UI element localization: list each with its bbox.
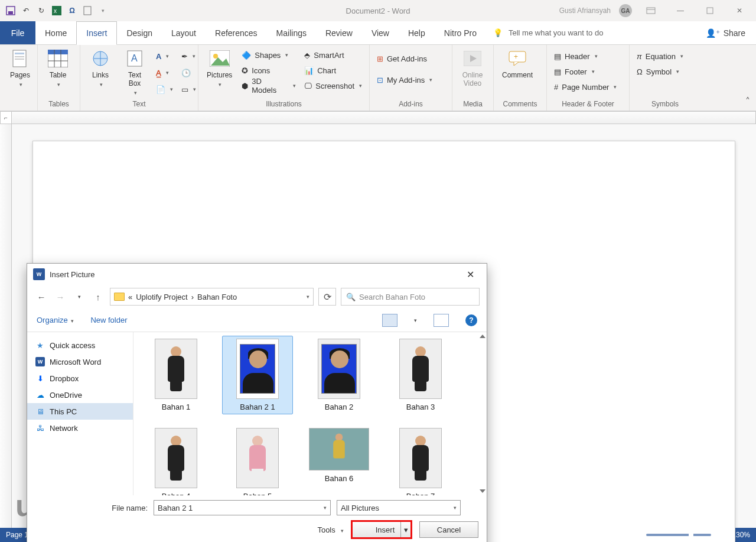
minimize-icon[interactable]: —: [670, 2, 691, 19]
omega-icon[interactable]: Ω: [67, 6, 77, 15]
nav-forward-button[interactable]: →: [53, 292, 67, 302]
insert-button[interactable]: Insert▾: [352, 521, 411, 538]
doc-icon[interactable]: [83, 6, 92, 15]
excel-icon[interactable]: x: [52, 6, 61, 15]
file-thumb[interactable]: Bahan 6: [304, 425, 374, 495]
dropcap-button[interactable]: A̲▾: [154, 65, 175, 80]
tab-help[interactable]: Help: [399, 21, 435, 44]
nav-up-button[interactable]: ↑: [91, 292, 105, 302]
nav-quick-access[interactable]: ★Quick access: [27, 337, 133, 353]
tab-view[interactable]: View: [362, 21, 399, 44]
datetime-button[interactable]: 🕒: [179, 65, 198, 80]
zoom-thumb[interactable]: [689, 531, 693, 538]
comment-button[interactable]: +Comment: [498, 47, 536, 80]
wordart-button[interactable]: A▾: [154, 48, 175, 64]
user-avatar[interactable]: GA: [619, 4, 632, 17]
organize-button[interactable]: Organize ▾: [37, 316, 74, 324]
preview-pane-button[interactable]: [434, 314, 449, 327]
insert-label: Insert: [376, 525, 395, 534]
nav-back-button[interactable]: ←: [34, 292, 48, 302]
tab-home[interactable]: Home: [35, 21, 76, 44]
tab-review[interactable]: Review: [316, 21, 362, 44]
file-thumb[interactable]: Bahan 7: [385, 425, 456, 495]
share-button[interactable]: 👤⁺ Share: [695, 21, 756, 44]
undo-icon[interactable]: ↶: [21, 6, 31, 15]
get-addins-button[interactable]: ⊞Get Add-ins: [374, 51, 435, 66]
file-thumb[interactable]: Bahan 4: [141, 425, 211, 495]
file-thumb[interactable]: Bahan 2: [304, 336, 374, 414]
screenshot-button[interactable]: 🖵Screenshot▾: [302, 78, 364, 93]
cancel-button[interactable]: Cancel: [419, 521, 478, 538]
file-thumb[interactable]: Bahan 1: [141, 336, 211, 414]
pages-button[interactable]: Pages▾: [5, 47, 35, 89]
wordart-icon: A: [156, 52, 161, 61]
filename-combo[interactable]: Bahan 2 1▾: [154, 500, 331, 515]
vertical-ruler[interactable]: [0, 124, 12, 528]
save-icon[interactable]: [6, 6, 15, 15]
tell-me-search[interactable]: 💡 Tell me what you want to do: [486, 21, 695, 44]
tab-mailings[interactable]: Mailings: [267, 21, 316, 44]
crumb-2[interactable]: Bahan Foto: [197, 293, 237, 301]
svg-rect-11: [15, 59, 24, 60]
filter-combo[interactable]: All Pictures▾: [337, 500, 461, 515]
signature-button[interactable]: ✒▾: [179, 48, 198, 64]
tab-nitro[interactable]: Nitro Pro: [435, 21, 486, 44]
ruler-corner[interactable]: ⌐: [0, 111, 12, 124]
file-thumb[interactable]: Bahan 3: [385, 336, 456, 414]
help-button[interactable]: ?: [465, 314, 477, 326]
view-mode-button[interactable]: [382, 314, 397, 327]
horizontal-ruler[interactable]: [12, 111, 756, 124]
view-dropdown-icon[interactable]: ▾: [414, 317, 417, 323]
footer-label: Footer: [565, 67, 587, 76]
tab-references[interactable]: References: [206, 21, 267, 44]
nav-dropbox[interactable]: ⬇Dropbox: [27, 370, 133, 387]
object-button[interactable]: ▭▾: [179, 82, 198, 97]
maximize-icon[interactable]: [699, 2, 721, 19]
new-folder-button[interactable]: New folder: [90, 316, 127, 324]
equation-button[interactable]: πEquation▾: [634, 48, 686, 64]
nav-thispc[interactable]: 🖥This PC: [27, 403, 133, 420]
header-button[interactable]: ▤Header▾: [552, 48, 619, 64]
nav-word[interactable]: WMicrosoft Word: [27, 353, 133, 370]
insert-split-icon[interactable]: ▾: [400, 522, 411, 537]
pictures-button[interactable]: Pictures▾: [203, 47, 236, 89]
ribbon-display-icon[interactable]: [640, 2, 662, 19]
tab-layout[interactable]: Layout: [162, 21, 206, 44]
table-button[interactable]: Table▾: [43, 47, 73, 89]
file-scrollbar[interactable]: [480, 335, 485, 493]
address-bar[interactable]: « Uplotify Project › Bahan Foto ▾: [110, 288, 314, 306]
tab-design[interactable]: Design: [117, 21, 162, 44]
qat-customize-icon[interactable]: ▾: [98, 6, 107, 15]
address-dropdown-icon[interactable]: ▾: [307, 294, 309, 300]
online-video-button[interactable]: Online Video: [457, 47, 488, 89]
chart-button[interactable]: 📊Chart: [302, 63, 364, 78]
file-thumb-selected[interactable]: Bahan 2 1: [222, 336, 293, 414]
my-addins-button[interactable]: ⊡My Add-ins▾: [374, 72, 435, 87]
nav-network[interactable]: 🖧Network: [27, 420, 133, 436]
file-thumb[interactable]: Bahan 5: [222, 425, 293, 495]
nav-onedrive[interactable]: ☁OneDrive: [27, 387, 133, 403]
search-input[interactable]: 🔍 Search Bahan Foto: [341, 288, 480, 306]
icons-button[interactable]: ✪Icons: [239, 63, 298, 78]
refresh-button[interactable]: ⟳: [318, 288, 336, 306]
dialog-close-button[interactable]: ✕: [460, 266, 481, 283]
tab-insert[interactable]: Insert: [76, 21, 117, 45]
folder-icon: [114, 293, 125, 301]
zoom-slider[interactable]: [646, 534, 711, 536]
symbol-button[interactable]: ΩSymbol▾: [634, 64, 686, 79]
textbox-button[interactable]: AText Box▾: [119, 47, 150, 97]
tools-button[interactable]: Tools ▾: [317, 525, 344, 534]
smartart-button[interactable]: ⬘SmartArt: [302, 47, 364, 63]
crumb-1[interactable]: Uplotify Project: [136, 293, 187, 301]
shapes-button[interactable]: 🔷Shapes▾: [239, 47, 298, 63]
tab-file[interactable]: File: [0, 21, 35, 44]
nav-recent-dropdown[interactable]: ▾: [72, 294, 86, 300]
close-window-icon[interactable]: ✕: [729, 2, 750, 19]
models-button[interactable]: ⬢3D Models▾: [239, 78, 298, 93]
footer-button[interactable]: ▤Footer▾: [552, 64, 619, 79]
pagenum-button[interactable]: #Page Number▾: [552, 79, 619, 95]
redo-icon[interactable]: ↻: [37, 6, 46, 15]
collapse-ribbon-icon[interactable]: ˄: [745, 96, 750, 107]
quickparts-button[interactable]: 📄▾: [154, 82, 175, 97]
links-button[interactable]: Links▾: [85, 47, 116, 89]
